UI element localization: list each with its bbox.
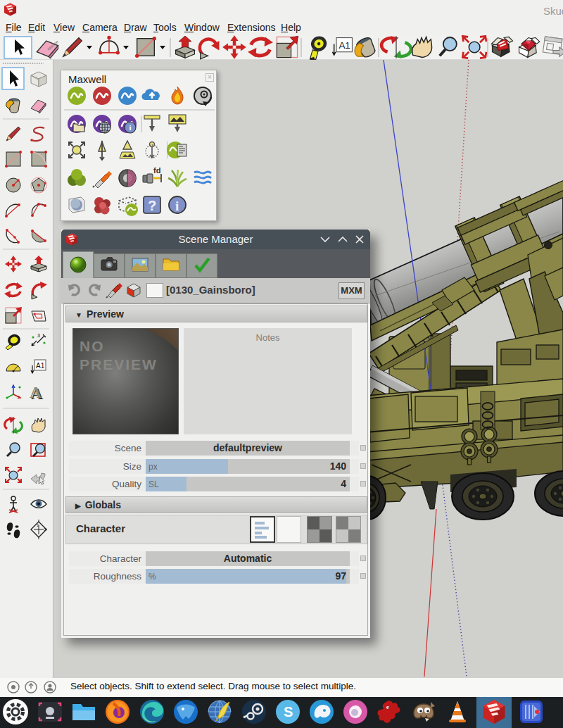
svg-text:A1: A1	[339, 40, 350, 51]
svg-text:NO: NO	[80, 338, 105, 354]
svg-text:fd: fd	[153, 166, 160, 175]
svg-text:A1: A1	[36, 362, 45, 370]
svg-text:S: S	[284, 704, 293, 720]
svg-text:A: A	[30, 383, 42, 401]
svg-text:?: ?	[148, 198, 156, 213]
svg-text:i: i	[129, 123, 131, 132]
svg-text:1: 1	[37, 523, 39, 527]
svg-text:3: 3	[37, 333, 40, 338]
svg-text:PREVIEW: PREVIEW	[80, 356, 158, 372]
svg-text:i: i	[175, 199, 179, 213]
